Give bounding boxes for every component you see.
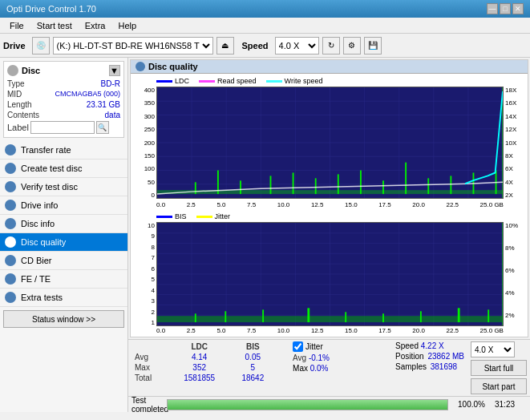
jitter-checkbox[interactable] bbox=[293, 341, 303, 352]
chart2 bbox=[156, 222, 504, 326]
menu-file[interactable]: File bbox=[3, 19, 30, 32]
mid-value: CMCMAGBA5 (000) bbox=[55, 90, 120, 99]
refresh-button[interactable]: ↻ bbox=[322, 37, 340, 55]
nav-verify-test-disc-label: Verify test disc bbox=[21, 182, 78, 192]
nav-transfer-rate-label: Transfer rate bbox=[21, 145, 71, 155]
disc-panel: Disc ▼ Type BD-R MID CMCMAGBA5 (000) Len… bbox=[3, 61, 124, 138]
svg-rect-58 bbox=[420, 311, 422, 322]
svg-rect-28 bbox=[427, 178, 429, 194]
svg-rect-51 bbox=[157, 316, 503, 322]
svg-rect-59 bbox=[458, 308, 460, 322]
disc-options-button[interactable]: ▼ bbox=[109, 65, 120, 76]
stats-table: LDC BIS Avg 4.14 0.05 Max 352 bbox=[131, 341, 286, 383]
window-controls[interactable]: — □ ✕ bbox=[487, 3, 524, 14]
label-btn[interactable]: 🔍 bbox=[96, 121, 109, 134]
menu-extra[interactable]: Extra bbox=[79, 19, 112, 32]
legend-write-speed-color bbox=[266, 80, 282, 83]
nav-create-test-disc-label: Create test disc bbox=[21, 164, 82, 173]
chart2-legend: BIS Jitter bbox=[132, 211, 526, 222]
fe-te-icon bbox=[5, 273, 16, 285]
menu-help[interactable]: Help bbox=[111, 19, 143, 32]
sidebar: Disc ▼ Type BD-R MID CMCMAGBA5 (000) Len… bbox=[0, 58, 128, 412]
close-button[interactable]: ✕ bbox=[512, 3, 524, 14]
nav-verify-test-disc[interactable]: Verify test disc bbox=[0, 178, 127, 196]
position-row: Position 23862 MB bbox=[395, 352, 464, 361]
save-button[interactable]: 💾 bbox=[364, 37, 382, 55]
nav-cd-bier[interactable]: CD Bier bbox=[0, 252, 127, 270]
test-speed-select[interactable]: 4.0 X bbox=[471, 341, 515, 357]
max-jitter-value: 0.0% bbox=[310, 364, 329, 373]
jitter-label: Jitter bbox=[305, 342, 323, 351]
settings-button[interactable]: ⚙ bbox=[343, 37, 361, 55]
nav-extra-tests-label: Extra tests bbox=[21, 293, 63, 302]
maximize-button[interactable]: □ bbox=[500, 3, 511, 14]
eject-button[interactable]: ⏏ bbox=[216, 37, 234, 55]
svg-rect-55 bbox=[307, 308, 310, 322]
svg-rect-56 bbox=[345, 312, 346, 322]
chart-area: Disc quality LDC Read speed Wri bbox=[130, 59, 528, 337]
nav-fe-te-label: FE / TE bbox=[21, 274, 51, 284]
position-label: Position bbox=[395, 352, 424, 361]
drive-select[interactable]: (K:) HL-DT-ST BD-RE WH16NS58 TST4 bbox=[53, 37, 213, 55]
menu-start-test[interactable]: Start test bbox=[30, 19, 79, 32]
legend-read-speed: Read speed bbox=[199, 77, 257, 85]
nav-items: Transfer rate Create test disc Verify te… bbox=[0, 141, 127, 307]
stats-jitter-section: Jitter Avg -0.1% Max 0.0% bbox=[293, 341, 389, 373]
nav-disc-quality-label: Disc quality bbox=[21, 237, 66, 247]
chart2-y-axis: 10987654321 bbox=[132, 222, 156, 326]
nav-drive-info[interactable]: Drive info bbox=[0, 196, 127, 215]
verify-test-disc-icon bbox=[5, 181, 16, 192]
stats-buttons: 4.0 X Start full Start part bbox=[471, 341, 527, 394]
svg-rect-27 bbox=[405, 163, 407, 194]
toolbar: Drive 💿 (K:) HL-DT-ST BD-RE WH16NS58 TST… bbox=[0, 34, 530, 58]
start-part-button[interactable]: Start part bbox=[471, 378, 527, 394]
legend-ldc: LDC bbox=[156, 77, 189, 85]
avg-jitter-value: -0.1% bbox=[309, 353, 330, 362]
progress-bar-fill bbox=[168, 400, 447, 410]
chart1-y-axis: 400350300250200150100500 bbox=[132, 87, 156, 199]
stats-speed-section: Speed 4.22 X Position 23862 MB Samples 3… bbox=[395, 341, 464, 371]
disc-info-icon bbox=[5, 218, 16, 229]
legend-read-speed-label: Read speed bbox=[217, 77, 257, 85]
content-area: Disc ▼ Type BD-R MID CMCMAGBA5 (000) Len… bbox=[0, 58, 530, 412]
samples-row: Samples 381698 bbox=[395, 362, 464, 371]
start-full-button[interactable]: Start full bbox=[471, 360, 527, 376]
legend-jitter-color bbox=[196, 216, 212, 218]
speed-text-label: Speed bbox=[395, 341, 421, 350]
label-input[interactable] bbox=[30, 121, 95, 134]
legend-write-speed: Write speed bbox=[266, 77, 323, 85]
chart2-wrapper: 10987654321 bbox=[132, 222, 526, 326]
avg-jitter-row: Avg -0.1% bbox=[293, 353, 389, 362]
chart2-y-axis-right: 10%8%6%4%2% bbox=[504, 222, 526, 326]
nav-extra-tests[interactable]: Extra tests bbox=[0, 289, 127, 307]
right-panel: Disc quality LDC Read speed Wri bbox=[128, 58, 530, 412]
length-value: 23.31 GB bbox=[87, 100, 120, 109]
length-label: Length bbox=[7, 100, 32, 109]
nav-disc-quality[interactable]: Disc quality bbox=[0, 233, 127, 252]
label-label: Label bbox=[7, 123, 29, 132]
svg-rect-52 bbox=[195, 313, 196, 322]
legend-jitter: Jitter bbox=[196, 212, 231, 220]
nav-disc-info[interactable]: Disc info bbox=[0, 215, 127, 233]
svg-rect-21 bbox=[270, 176, 272, 194]
status-window-button[interactable]: Status window >> bbox=[3, 310, 124, 328]
stats-bar: LDC BIS Avg 4.14 0.05 Max 352 bbox=[128, 339, 530, 396]
title-bar: Opti Drive Control 1.70 — □ ✕ bbox=[0, 0, 530, 18]
transfer-rate-icon bbox=[5, 144, 16, 155]
nav-transfer-rate[interactable]: Transfer rate bbox=[0, 141, 127, 160]
svg-rect-60 bbox=[488, 309, 489, 322]
svg-rect-24 bbox=[338, 174, 339, 194]
chart1-legend: LDC Read speed Write speed bbox=[132, 75, 526, 87]
chart2-x-axis: 0.02.55.07.510.012.515.017.520.022.525.0… bbox=[156, 326, 504, 335]
svg-rect-25 bbox=[360, 171, 362, 195]
jitter-check-row: Jitter bbox=[293, 341, 389, 352]
svg-rect-20 bbox=[240, 180, 241, 194]
avg-ldc: 4.14 bbox=[169, 352, 230, 362]
nav-create-test-disc[interactable]: Create test disc bbox=[0, 160, 127, 178]
nav-fe-te[interactable]: FE / TE bbox=[0, 270, 127, 289]
cd-bier-icon bbox=[5, 255, 16, 266]
progress-time: 31:23 bbox=[495, 400, 527, 409]
minimize-button[interactable]: — bbox=[487, 3, 498, 14]
speed-select[interactable]: 4.0 X bbox=[275, 37, 319, 55]
svg-rect-23 bbox=[315, 178, 317, 194]
